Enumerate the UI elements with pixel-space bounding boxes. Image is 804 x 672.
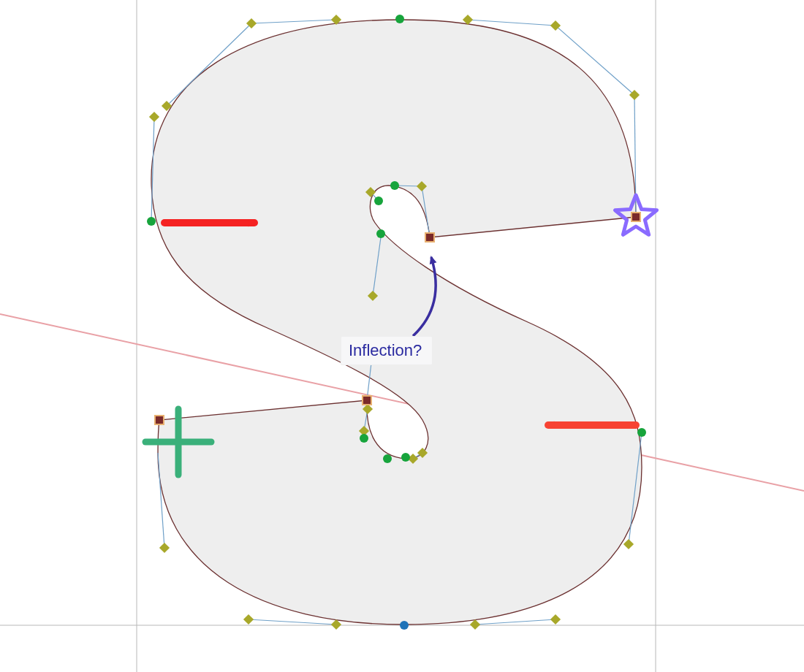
offcurve-handle[interactable] xyxy=(243,614,254,625)
offcurve-handle[interactable] xyxy=(470,619,480,630)
bezier-handle[interactable] xyxy=(475,619,555,625)
smooth-node[interactable] xyxy=(360,434,368,443)
smooth-node[interactable] xyxy=(395,15,404,23)
smooth-node[interactable] xyxy=(637,428,646,437)
glyph-outline[interactable] xyxy=(151,20,642,625)
bezier-handle[interactable] xyxy=(249,619,336,625)
offcurve-handle[interactable] xyxy=(331,619,341,630)
offcurve-handle[interactable] xyxy=(149,112,159,122)
smooth-node[interactable] xyxy=(401,453,410,462)
smooth-node[interactable] xyxy=(390,181,399,190)
offcurve-handle[interactable] xyxy=(623,539,634,549)
offcurve-handle[interactable] xyxy=(550,614,561,625)
smooth-node[interactable] xyxy=(383,454,392,463)
bezier-handle[interactable] xyxy=(251,20,336,23)
corner-node[interactable] xyxy=(363,396,371,405)
smooth-node[interactable] xyxy=(147,217,156,226)
bezier-handle[interactable] xyxy=(468,20,555,26)
inflection-label: Inflection? xyxy=(341,336,433,365)
offcurve-handle[interactable] xyxy=(159,543,170,553)
smooth-node[interactable] xyxy=(374,196,383,205)
corner-node[interactable] xyxy=(155,416,164,424)
smooth-node[interactable] xyxy=(376,229,385,238)
start-node[interactable] xyxy=(400,621,409,630)
corner-node[interactable] xyxy=(632,213,640,221)
corner-node[interactable] xyxy=(425,233,434,242)
